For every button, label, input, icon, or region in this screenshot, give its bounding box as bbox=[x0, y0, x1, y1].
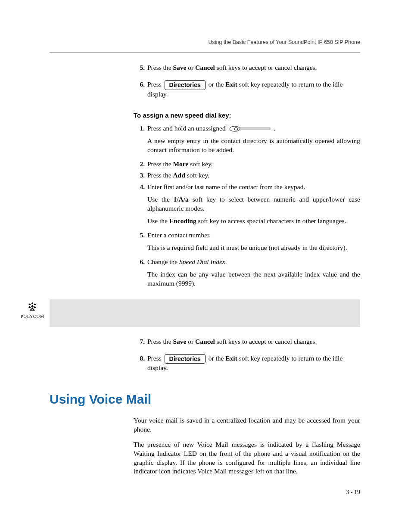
svg-point-0 bbox=[230, 126, 240, 131]
step-number: 1. bbox=[134, 124, 147, 133]
running-head: Using the Basic Features of Your SoundPo… bbox=[50, 39, 360, 46]
line-key-icon bbox=[229, 126, 272, 132]
step-number: 6. bbox=[134, 258, 147, 267]
directories-key-icon: Directories bbox=[165, 80, 206, 90]
step-body: Enter first and/or last name of the cont… bbox=[147, 183, 360, 228]
step-body: Enter a contact number. This is a requir… bbox=[147, 231, 360, 255]
svg-marker-9 bbox=[31, 307, 34, 309]
header-rule bbox=[50, 52, 360, 53]
paragraph: The presence of new Voice Mail messages … bbox=[134, 440, 360, 476]
step-body: Press the Save or Cancel soft keys to ac… bbox=[147, 63, 360, 72]
step-body: Press the Save or Cancel soft keys to ac… bbox=[147, 337, 360, 346]
svg-marker-8 bbox=[34, 306, 36, 308]
heading-voice-mail: Using Voice Mail bbox=[50, 391, 360, 408]
paragraph: Your voice mail is saved in a centralize… bbox=[134, 416, 360, 434]
svg-marker-6 bbox=[31, 305, 34, 307]
svg-point-1 bbox=[234, 128, 238, 130]
step-body: Press the Add soft key. bbox=[147, 171, 360, 180]
note-block: POLYCOM bbox=[0, 299, 360, 327]
svg-marker-5 bbox=[34, 303, 36, 305]
steps-assign-speed-dial: 1. Press and hold an unassigned . A new … bbox=[134, 124, 360, 291]
polycom-logo: POLYCOM bbox=[21, 302, 44, 320]
step-body: Press and hold an unassigned . A new emp… bbox=[147, 124, 360, 157]
directories-key-icon: Directories bbox=[165, 354, 206, 364]
step-number: 6. bbox=[134, 80, 147, 89]
step-body: Press Directories or the Exit soft key r… bbox=[147, 80, 360, 99]
svg-marker-3 bbox=[31, 302, 33, 304]
page-number: 3 - 19 bbox=[346, 488, 360, 497]
step-number: 3. bbox=[134, 171, 147, 180]
step-body: Press Directories or the Exit soft key r… bbox=[147, 354, 360, 373]
steps-after-note: 7. Press the Save or Cancel soft keys to… bbox=[134, 337, 360, 373]
step-number: 4. bbox=[134, 183, 147, 192]
svg-marker-4 bbox=[28, 303, 31, 305]
step-number: 5. bbox=[134, 231, 147, 240]
step-number: 5. bbox=[134, 63, 147, 72]
svg-rect-2 bbox=[240, 128, 270, 130]
subheading: To assign a new speed dial key: bbox=[134, 111, 360, 120]
steps-continuation: 5. Press the Save or Cancel soft keys to… bbox=[134, 63, 360, 99]
svg-marker-7 bbox=[28, 306, 31, 308]
step-body: Press the More soft key. bbox=[147, 160, 360, 169]
step-body: Change the Speed Dial Index. The index c… bbox=[147, 258, 360, 291]
step-number: 2. bbox=[134, 160, 147, 169]
step-number: 7. bbox=[134, 337, 147, 346]
step-number: 8. bbox=[134, 354, 147, 363]
